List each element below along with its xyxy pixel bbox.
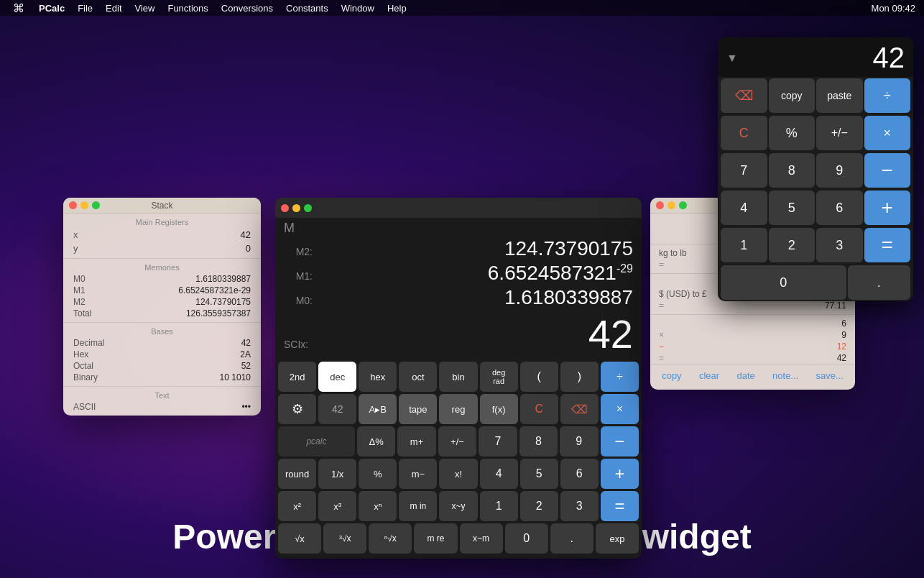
calc-x-swap-m-button[interactable]: x~m xyxy=(460,523,503,554)
calc-m-minus-button[interactable]: m− xyxy=(399,459,437,489)
calc-pcalc-button[interactable]: pcalc xyxy=(278,426,355,457)
calc-round-button[interactable]: round xyxy=(278,459,316,489)
menubar-view[interactable]: View xyxy=(129,1,161,15)
calc-multiply-button[interactable]: × xyxy=(601,394,639,424)
calc-m-in-button[interactable]: m in xyxy=(399,491,437,521)
menubar-conversions[interactable]: Conversions xyxy=(216,1,279,15)
widget-5-button[interactable]: 5 xyxy=(769,191,816,225)
conv-note-button[interactable]: note... xyxy=(767,369,804,382)
widget-paste-button[interactable]: paste xyxy=(816,78,863,113)
widget-clear-button[interactable]: C xyxy=(721,116,767,150)
calc-settings-button[interactable]: ⚙ xyxy=(278,394,316,424)
conv-maximize-button[interactable] xyxy=(679,201,687,209)
widget-minus-button[interactable]: − xyxy=(864,153,911,188)
calc-xn-button[interactable]: xⁿ xyxy=(359,491,397,521)
calc-minus-button[interactable]: − xyxy=(601,426,639,457)
calc-7-button[interactable]: 7 xyxy=(479,426,517,457)
widget-backspace-button[interactable]: ⌫ xyxy=(721,78,767,113)
calc-1-button[interactable]: 1 xyxy=(480,491,518,521)
calc-42-button[interactable]: 42 xyxy=(318,394,356,424)
calc-factorial-button[interactable]: x! xyxy=(439,459,477,489)
calc-clear-button[interactable]: C xyxy=(520,394,558,424)
calc-exp-button[interactable]: exp xyxy=(596,523,639,554)
widget-7-button[interactable]: 7 xyxy=(721,153,767,188)
menubar-edit[interactable]: Edit xyxy=(100,1,127,15)
widget-1-button[interactable]: 1 xyxy=(721,228,767,262)
conv-clear-button[interactable]: clear xyxy=(693,369,725,382)
menubar-help[interactable]: Help xyxy=(382,1,412,15)
calc-percent-button[interactable]: % xyxy=(359,459,397,489)
calc-x3-button[interactable]: x³ xyxy=(318,491,356,521)
calc-backspace-button[interactable]: ⌫ xyxy=(560,394,599,424)
widget-divide-button[interactable]: ÷ xyxy=(864,78,911,113)
widget-0-button[interactable]: 0 xyxy=(721,265,846,300)
widget-8-button[interactable]: 8 xyxy=(769,153,816,188)
calc-minimize-button[interactable] xyxy=(292,204,300,212)
widget-plus-button[interactable]: + xyxy=(864,191,911,225)
calc-m-re-button[interactable]: m re xyxy=(414,523,457,554)
widget-percent-button[interactable]: % xyxy=(769,116,816,150)
minimize-button[interactable] xyxy=(80,201,88,209)
calc-4-button[interactable]: 4 xyxy=(480,459,518,489)
menubar-constants[interactable]: Constants xyxy=(280,1,334,15)
calc-2-button[interactable]: 2 xyxy=(520,491,558,521)
calc-5-button[interactable]: 5 xyxy=(520,459,558,489)
calc-6-button[interactable]: 6 xyxy=(560,459,599,489)
maximize-button[interactable] xyxy=(92,201,100,209)
calc-tape-button[interactable]: tape xyxy=(399,394,437,424)
widget-9-button[interactable]: 9 xyxy=(816,153,863,188)
conv-save-button[interactable]: save... xyxy=(810,369,849,382)
calc-ab-convert-button[interactable]: A▸B xyxy=(359,394,397,424)
calc-dec-button[interactable]: dec xyxy=(318,362,356,392)
calc-sqrt-button[interactable]: √x xyxy=(278,523,321,554)
calc-nthrt-button[interactable]: ⁿ√x xyxy=(369,523,412,554)
calc-deg-rad-button[interactable]: degrad xyxy=(480,362,518,392)
conv-copy-button[interactable]: copy xyxy=(656,369,687,382)
calc-x-swap-y-button[interactable]: x~y xyxy=(439,491,477,521)
calc-divide-button[interactable]: ÷ xyxy=(601,362,639,392)
calc-8-button[interactable]: 8 xyxy=(519,426,558,457)
widget-2-button[interactable]: 2 xyxy=(769,228,816,262)
calc-3-button[interactable]: 3 xyxy=(560,491,599,521)
calc-plusminus-button[interactable]: +/− xyxy=(438,426,476,457)
calc-decimal-button[interactable]: . xyxy=(550,523,593,554)
widget-6-button[interactable]: 6 xyxy=(816,191,863,225)
close-button[interactable] xyxy=(69,201,77,209)
menubar-pcalc[interactable]: PCalc xyxy=(33,1,70,15)
widget-plusminus-button[interactable]: +/− xyxy=(816,116,863,150)
calc-2nd-button[interactable]: 2nd xyxy=(278,362,316,392)
calc-delta-pct-button[interactable]: Δ% xyxy=(357,426,395,457)
calc-x2-button[interactable]: x² xyxy=(278,491,316,521)
widget-dropdown[interactable]: ▼ xyxy=(726,52,738,65)
calc-close-paren-button[interactable]: ) xyxy=(560,362,599,392)
widget-equals-button[interactable]: = xyxy=(864,228,911,262)
calc-equals-button[interactable]: = xyxy=(601,491,639,521)
calc-plus-button[interactable]: + xyxy=(601,459,639,489)
widget-3-button[interactable]: 3 xyxy=(816,228,863,262)
calc-oct-button[interactable]: oct xyxy=(399,362,437,392)
widget-multiply-button[interactable]: × xyxy=(864,116,911,150)
calc-close-button[interactable] xyxy=(281,204,289,212)
calc-reciprocal-button[interactable]: 1/x xyxy=(318,459,356,489)
menubar-window[interactable]: Window xyxy=(336,1,380,15)
calc-0-button[interactable]: 0 xyxy=(505,523,548,554)
widget-decimal-button[interactable]: . xyxy=(848,265,910,300)
calc-m-plus-button[interactable]: m+ xyxy=(397,426,435,457)
calc-hex-button[interactable]: hex xyxy=(359,362,397,392)
menubar-file[interactable]: File xyxy=(72,1,98,15)
calc-reg-button[interactable]: reg xyxy=(439,394,477,424)
calc-maximize-button[interactable] xyxy=(304,204,312,212)
apple-menu[interactable]: ⌘ xyxy=(6,1,32,15)
conv-close-button[interactable] xyxy=(656,201,664,209)
calc-open-paren-button[interactable]: ( xyxy=(520,362,558,392)
widget-4-button[interactable]: 4 xyxy=(721,191,767,225)
menubar-functions[interactable]: Functions xyxy=(162,1,213,15)
calc-bin-button[interactable]: bin xyxy=(439,362,477,392)
calc-btn-row-2: ⚙ 42 A▸B tape reg f(x) C ⌫ × xyxy=(278,394,639,424)
calc-fx-button[interactable]: f(x) xyxy=(480,394,518,424)
calc-9-button[interactable]: 9 xyxy=(560,426,598,457)
conv-minimize-button[interactable] xyxy=(667,201,675,209)
widget-copy-button[interactable]: copy xyxy=(769,78,816,113)
calc-cbrt-button[interactable]: ³√x xyxy=(323,523,366,554)
conv-date-button[interactable]: date xyxy=(731,369,760,382)
